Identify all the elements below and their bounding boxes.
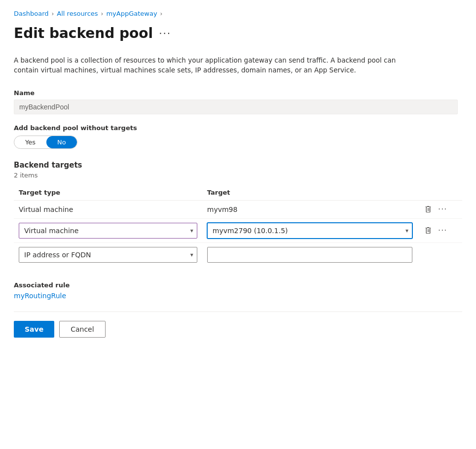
targets-table-head: Target type Target xyxy=(14,186,462,201)
breadcrumb-sep-2: › xyxy=(101,10,104,17)
row2-target-cell: myvm2790 (10.0.1.5) myvm98 ▾ xyxy=(202,218,417,242)
table-row: Virtual machine myvm98 ··· xyxy=(14,200,462,218)
col-header-actions xyxy=(417,186,462,201)
backend-targets-section: Backend targets 2 items Target type Targ… xyxy=(14,161,462,267)
page-title: Edit backend pool xyxy=(14,25,153,41)
table-row: Virtual machine IP address or FQDN ▾ xyxy=(14,242,462,267)
row2-target-select[interactable]: myvm2790 (10.0.1.5) myvm98 xyxy=(207,223,412,239)
row2-type-cell: Virtual machine IP address or FQDN ▾ xyxy=(14,218,202,242)
toggle-no[interactable]: No xyxy=(46,136,77,148)
row3-type-cell: Virtual machine IP address or FQDN ▾ xyxy=(14,242,202,267)
breadcrumb-all-resources[interactable]: All resources xyxy=(57,10,98,17)
save-button[interactable]: Save xyxy=(14,321,54,338)
row1-delete-button[interactable] xyxy=(422,205,434,214)
row3-target-cell xyxy=(202,242,417,267)
col-header-type: Target type xyxy=(14,186,202,201)
breadcrumb-dashboard[interactable]: Dashboard xyxy=(14,10,49,17)
toggle-yes[interactable]: Yes xyxy=(14,136,46,148)
page-description: A backend pool is a collection of resour… xyxy=(14,55,418,75)
row1-more-icon[interactable]: ··· xyxy=(438,205,447,214)
breadcrumb-sep-1: › xyxy=(52,10,54,17)
associated-rule-label: Associated rule xyxy=(14,281,462,289)
backend-targets-title: Backend targets xyxy=(14,161,462,170)
row2-more-icon[interactable]: ··· xyxy=(438,226,447,235)
row1-type: Virtual machine xyxy=(14,200,202,218)
row2-delete-button[interactable] xyxy=(422,226,434,236)
row2-type-select-wrapper: Virtual machine IP address or FQDN ▾ xyxy=(19,223,197,239)
toggle-section: Add backend pool without targets Yes No xyxy=(14,124,462,149)
breadcrumb: Dashboard › All resources › myAppGateway… xyxy=(14,10,462,17)
table-row: Virtual machine IP address or FQDN ▾ myv… xyxy=(14,218,462,242)
header-more-icon[interactable]: ··· xyxy=(159,28,171,39)
breadcrumb-app-gateway[interactable]: myAppGateway xyxy=(106,10,157,17)
row2-type-select[interactable]: Virtual machine IP address or FQDN xyxy=(19,223,197,239)
backend-targets-count: 2 items xyxy=(14,172,462,179)
name-field-group: Name xyxy=(14,89,462,114)
name-input[interactable] xyxy=(14,100,458,114)
toggle-group: Yes No xyxy=(14,136,77,149)
page-header: Edit backend pool ··· xyxy=(14,25,462,41)
name-label: Name xyxy=(14,89,462,97)
toggle-label: Add backend pool without targets xyxy=(14,124,462,132)
row3-target-input[interactable] xyxy=(207,247,412,263)
targets-table-body: Virtual machine myvm98 ··· xyxy=(14,200,462,267)
row3-actions xyxy=(417,242,462,267)
associated-rule-link[interactable]: myRoutingRule xyxy=(14,292,66,300)
targets-table: Target type Target Virtual machine myvm9… xyxy=(14,186,462,267)
breadcrumb-sep-3: › xyxy=(160,10,163,17)
row1-actions: ··· xyxy=(417,200,462,218)
cancel-button[interactable]: Cancel xyxy=(59,321,105,338)
row1-target: myvm98 xyxy=(202,200,417,218)
col-header-target: Target xyxy=(202,186,417,201)
row2-actions: ··· xyxy=(417,218,462,242)
row3-type-select-wrapper: Virtual machine IP address or FQDN ▾ xyxy=(19,247,197,263)
footer-actions: Save Cancel xyxy=(14,311,462,338)
row3-type-select[interactable]: Virtual machine IP address or FQDN xyxy=(19,247,197,263)
associated-rule-section: Associated rule myRoutingRule xyxy=(14,281,462,300)
row2-target-select-wrapper: myvm2790 (10.0.1.5) myvm98 ▾ xyxy=(207,223,412,239)
